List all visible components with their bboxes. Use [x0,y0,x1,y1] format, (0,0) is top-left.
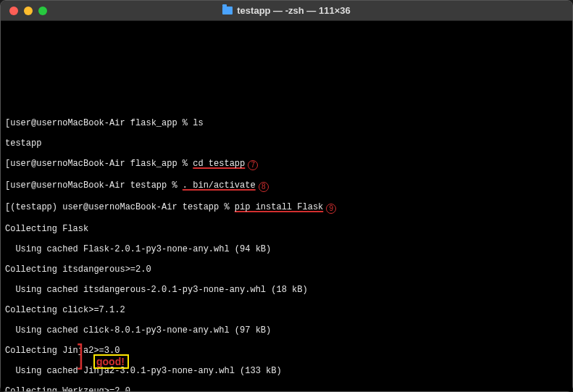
scrollbar[interactable] [566,43,571,387]
title-text: testapp — -zsh — 111×36 [237,5,350,16]
folder-icon [222,7,233,14]
terminal-line: Collecting itsdangerous>=2.0 [5,264,568,275]
terminal-line: Collecting click>=7.1.2 [5,305,568,315]
traffic-lights [1,7,47,15]
terminal-line: [(testapp) user@usernoMacBook-Air testap… [5,202,568,214]
close-icon[interactable] [9,7,18,15]
annotated-command: pip install Flask [235,202,323,212]
annotated-command: cd testapp [193,159,245,169]
annotation-marker-8: 8 [259,182,269,192]
titlebar[interactable]: testapp — -zsh — 111×36 [1,1,572,21]
terminal-line [5,57,568,67]
terminal-line: testapp [5,138,568,149]
terminal-line: Collecting Jinja2>=3.0 [5,346,568,356]
terminal-line: Using cached Flask-2.0.1-py3-none-any.wh… [5,244,568,254]
terminal-line [5,78,568,88]
terminal-line: [user@usernoMacBook-Air flask_app % cd t… [5,159,568,170]
terminal-line: [user@usernoMacBook-Air flask_app % ls [5,118,568,128]
annotation-marker-7: 7 [248,160,258,170]
terminal-line [5,98,568,108]
terminal-window: testapp — -zsh — 111×36 [user@usernoMacB… [0,0,573,392]
minimize-icon[interactable] [24,7,33,15]
terminal-line: Using cached itsdangerous-2.0.1-py3-none… [5,285,568,295]
terminal-line: Collecting Flask [5,224,568,234]
annotation-marker-9: 9 [326,204,336,214]
terminal-line: Using cached click-8.0.1-py3-none-any.wh… [5,325,568,335]
window-title: testapp — -zsh — 111×36 [1,5,572,16]
zoom-icon[interactable] [38,7,47,15]
terminal-line: Using cached Jinja2-3.0.1-py3-none-any.w… [5,366,568,376]
terminal-line [5,37,568,47]
terminal-viewport[interactable]: [user@usernoMacBook-Air flask_app % ls t… [1,21,572,391]
terminal-line: Collecting Werkzeug>=2.0 [5,386,568,391]
terminal-line: [user@usernoMacBook-Air testapp % . bin/… [5,180,568,192]
annotated-command: . bin/activate [183,180,256,191]
